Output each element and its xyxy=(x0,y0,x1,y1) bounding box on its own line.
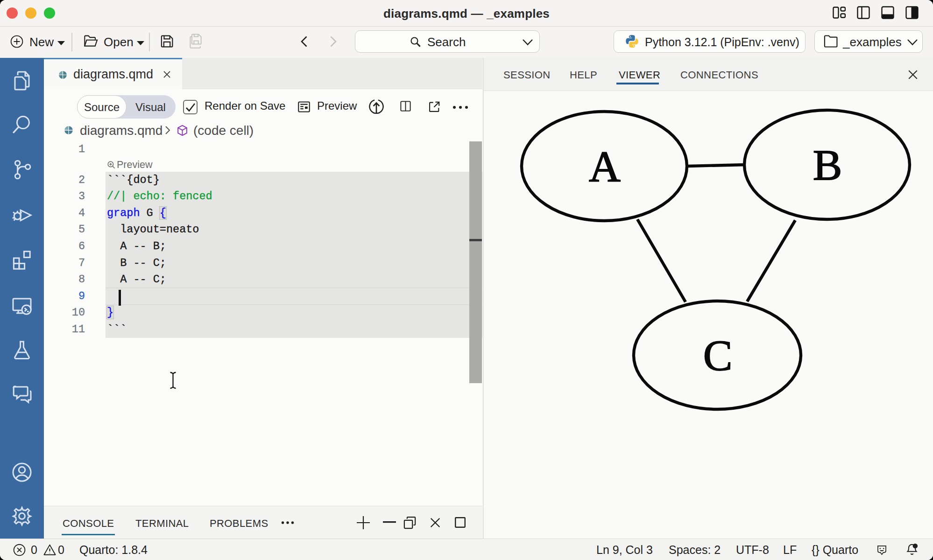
svg-text:C: C xyxy=(703,331,733,379)
svg-text:B: B xyxy=(813,140,842,189)
svg-text:A: A xyxy=(589,142,621,190)
